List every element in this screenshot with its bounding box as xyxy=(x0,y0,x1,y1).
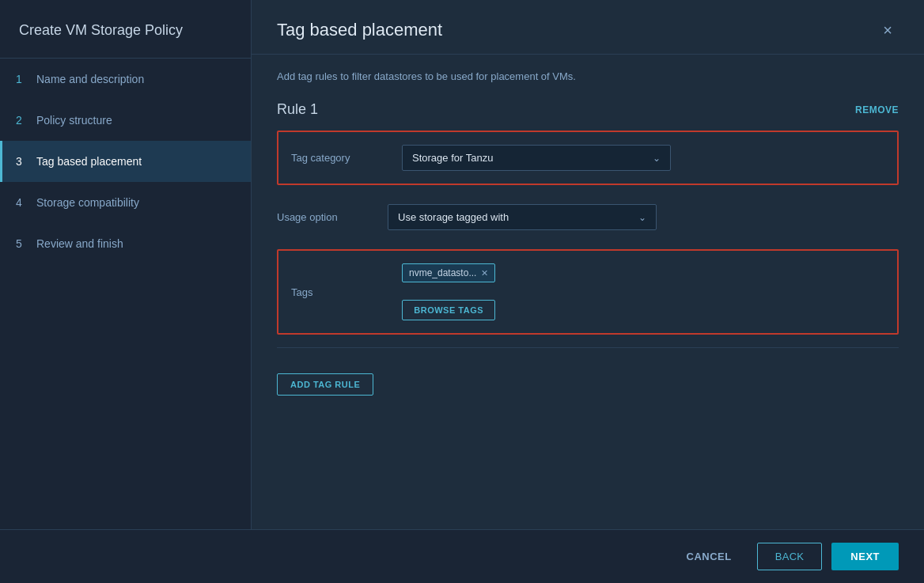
content-body: Add tag rules to filter datastores to be… xyxy=(252,55,924,529)
sidebar-item-label-2: Policy structure xyxy=(36,114,112,127)
sidebar-item-label-3: Tag based placement xyxy=(36,155,142,168)
tags-row: Tags nvme_datasto... ✕ BROWSE TAGS xyxy=(291,263,884,320)
tag-chips-area: nvme_datasto... ✕ xyxy=(402,263,495,282)
sidebar-item-policy-structure[interactable]: 2 Policy structure xyxy=(0,100,251,141)
sidebar-item-name-description[interactable]: 1 Name and description xyxy=(0,59,251,100)
tag-chip: nvme_datasto... ✕ xyxy=(402,263,495,282)
content-header: Tag based placement × xyxy=(252,0,924,55)
tags-label: Tags xyxy=(291,286,402,298)
sidebar-title: Create VM Storage Policy xyxy=(0,0,251,59)
page-title: Tag based placement xyxy=(277,20,442,40)
tag-category-row: Tag category Storage for Tanzu ⌄ xyxy=(291,145,884,171)
usage-option-row: Usage option Use storage tagged with ⌄ xyxy=(277,195,899,240)
modal: Create VM Storage Policy 1 Name and desc… xyxy=(0,0,924,583)
add-tag-rule-button[interactable]: ADD TAG RULE xyxy=(277,373,373,396)
tags-section: Tags nvme_datasto... ✕ BROWSE TAGS xyxy=(277,249,899,335)
modal-footer: CANCEL BACK NEXT xyxy=(0,529,924,583)
chevron-down-icon-2: ⌄ xyxy=(638,212,646,223)
rule-header: Rule 1 REMOVE xyxy=(277,101,899,118)
step-1-number: 1 xyxy=(16,73,28,85)
cancel-button[interactable]: CANCEL xyxy=(671,543,748,570)
chip-close-icon[interactable]: ✕ xyxy=(481,268,488,278)
page-subtitle: Add tag rules to filter datastores to be… xyxy=(277,70,899,82)
divider xyxy=(277,347,899,348)
step-2-number: 2 xyxy=(16,114,28,127)
back-button[interactable]: BACK xyxy=(757,543,823,570)
modal-overlay: Create VM Storage Policy 1 Name and desc… xyxy=(0,0,924,583)
modal-body: Create VM Storage Policy 1 Name and desc… xyxy=(0,0,924,529)
tag-category-label: Tag category xyxy=(291,152,402,164)
usage-option-select[interactable]: Use storage tagged with ⌄ xyxy=(388,204,657,230)
usage-option-value: Use storage tagged with xyxy=(398,211,509,223)
sidebar: Create VM Storage Policy 1 Name and desc… xyxy=(0,0,252,529)
sidebar-item-label-4: Storage compatibility xyxy=(36,196,139,209)
next-button[interactable]: NEXT xyxy=(831,543,899,570)
close-button[interactable]: × xyxy=(877,19,899,41)
tag-category-select[interactable]: Storage for Tanzu ⌄ xyxy=(402,145,671,171)
tag-category-value: Storage for Tanzu xyxy=(412,152,493,164)
remove-button[interactable]: REMOVE xyxy=(855,104,899,115)
tag-chip-text: nvme_datasto... xyxy=(409,267,476,278)
sidebar-item-label-5: Review and finish xyxy=(36,237,123,250)
browse-tags-button[interactable]: BROWSE TAGS xyxy=(402,300,495,320)
chevron-down-icon: ⌄ xyxy=(653,153,661,164)
sidebar-item-tag-placement[interactable]: 3 Tag based placement xyxy=(0,141,251,182)
main-content: Tag based placement × Add tag rules to f… xyxy=(252,0,924,529)
sidebar-item-label-1: Name and description xyxy=(36,73,144,85)
sidebar-item-storage-compatibility[interactable]: 4 Storage compatibility xyxy=(0,182,251,223)
sidebar-item-review-finish[interactable]: 5 Review and finish xyxy=(0,223,251,264)
step-4-number: 4 xyxy=(16,196,28,209)
rule-title: Rule 1 xyxy=(277,101,318,118)
step-5-number: 5 xyxy=(16,237,28,250)
step-3-number: 3 xyxy=(16,155,28,168)
tag-category-section: Tag category Storage for Tanzu ⌄ xyxy=(277,131,899,185)
usage-option-label: Usage option xyxy=(277,211,388,223)
